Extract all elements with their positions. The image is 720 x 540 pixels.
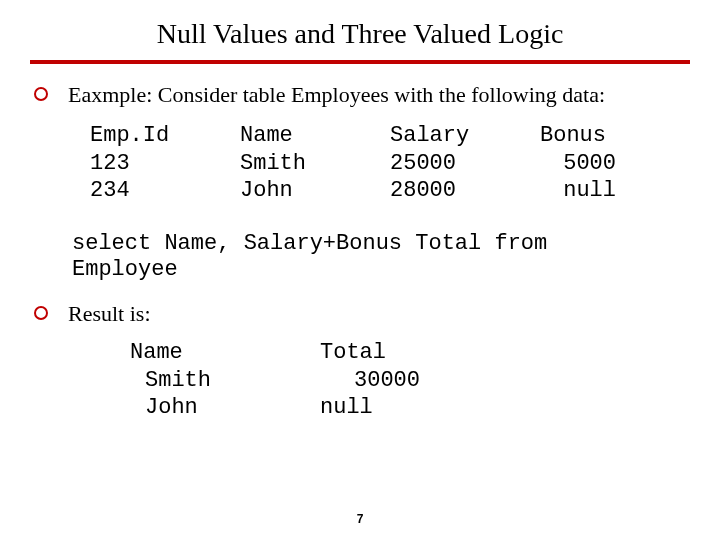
sql-line: select Name, Salary+Bonus Total from bbox=[72, 231, 672, 257]
table-header: Emp.Id Name Salary Bonus bbox=[90, 122, 690, 150]
bullet-icon bbox=[34, 87, 48, 101]
table-row: John null bbox=[130, 394, 690, 422]
slide-title: Null Values and Three Valued Logic bbox=[100, 18, 620, 50]
col-total: Total bbox=[320, 339, 470, 367]
result-table: Name Total Smith 30000 John null bbox=[130, 339, 690, 422]
result-label: Result is: bbox=[68, 301, 151, 327]
bullet-row-2: Result is: bbox=[34, 301, 690, 327]
cell-salary: 25000 bbox=[390, 150, 540, 178]
cell-name: John bbox=[130, 394, 320, 422]
cell-name: John bbox=[240, 177, 390, 205]
col-salary: Salary bbox=[390, 122, 540, 150]
intro-text: Eaxmple: Consider table Employees with t… bbox=[68, 82, 605, 108]
cell-total: null bbox=[320, 394, 470, 422]
cell-name: Smith bbox=[130, 367, 320, 395]
cell-salary: 28000 bbox=[390, 177, 540, 205]
sql-query: select Name, Salary+Bonus Total from Emp… bbox=[72, 231, 672, 284]
page-number: 7 bbox=[0, 512, 720, 526]
sql-line: Employee bbox=[72, 257, 672, 283]
cell-bonus: null bbox=[540, 177, 660, 205]
col-name: Name bbox=[240, 122, 390, 150]
table-row: Smith 30000 bbox=[130, 367, 690, 395]
col-empid: Emp.Id bbox=[90, 122, 240, 150]
col-name: Name bbox=[130, 339, 320, 367]
col-bonus: Bonus bbox=[540, 122, 660, 150]
table-row: 123 Smith 25000 5000 bbox=[90, 150, 690, 178]
bullet-row-1: Eaxmple: Consider table Employees with t… bbox=[34, 82, 690, 108]
table-header: Name Total bbox=[130, 339, 690, 367]
cell-bonus: 5000 bbox=[540, 150, 660, 178]
bullet-icon bbox=[34, 306, 48, 320]
table-row: 234 John 28000 null bbox=[90, 177, 690, 205]
cell-name: Smith bbox=[240, 150, 390, 178]
cell-empid: 123 bbox=[90, 150, 240, 178]
employees-table: Emp.Id Name Salary Bonus 123 Smith 25000… bbox=[90, 122, 690, 205]
slide-body: Null Values and Three Valued Logic Eaxmp… bbox=[0, 0, 720, 422]
cell-empid: 234 bbox=[90, 177, 240, 205]
title-underline bbox=[30, 60, 690, 64]
cell-total: 30000 bbox=[320, 367, 470, 395]
